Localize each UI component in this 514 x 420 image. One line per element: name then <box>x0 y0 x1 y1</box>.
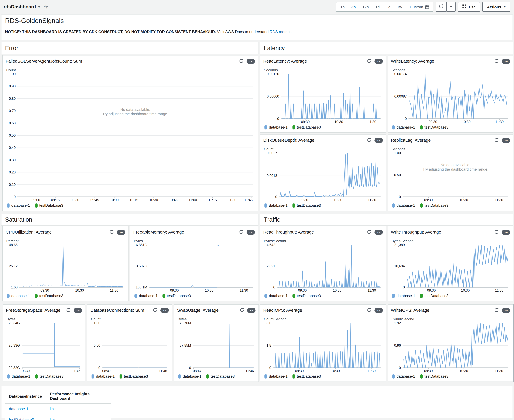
legend-item-database-1[interactable]: database-1 <box>178 374 201 379</box>
widget-refresh-icon[interactable] <box>153 307 158 314</box>
legend-item-testDatabase3[interactable]: testDatabase3 <box>420 203 448 208</box>
widget-refresh-icon[interactable] <box>367 58 372 64</box>
widget-refresh-icon[interactable] <box>239 229 244 235</box>
chart-plot[interactable]: 75.70M37.85M008:4711:46 <box>177 321 256 373</box>
legend-item-testDatabase3[interactable]: testDatabase3 <box>35 203 63 208</box>
chart-plot[interactable]: 6.851G3.507G163.1M09:3010:3011:30 <box>133 243 255 292</box>
legend-item-testDatabase3[interactable]: testDatabase3 <box>292 125 321 129</box>
svg-text:37.85M: 37.85M <box>179 343 191 347</box>
instance-link-database-1[interactable]: database-1 <box>9 407 28 411</box>
time-range-1w[interactable]: 1w <box>394 2 405 11</box>
svg-text:4,642: 4,642 <box>266 243 275 247</box>
chart-plot[interactable]: 1.000.900.800.700.600.500.400.300.200.10… <box>6 72 255 202</box>
vertical-scrollbar[interactable] <box>513 304 514 382</box>
widget-account-badge[interactable]: xa <box>74 307 82 314</box>
legend-item-database-1[interactable]: database-1 <box>392 203 415 208</box>
pi-link-testdatabase3[interactable]: link <box>50 417 56 420</box>
legend-item-database-1[interactable]: database-1 <box>264 374 287 379</box>
chart-plot[interactable]: 48.6525.121.6009:3010:3011:30 <box>6 243 125 292</box>
widget-account-badge[interactable]: xa <box>502 307 510 314</box>
dashboard-name-caret-icon[interactable]: ▾ <box>38 5 40 9</box>
widget-account-badge[interactable]: xa <box>502 229 510 236</box>
widget-refresh-icon[interactable] <box>367 307 372 314</box>
widget-refresh-icon[interactable] <box>494 137 499 143</box>
widget-refresh-icon[interactable] <box>239 58 244 64</box>
time-range-1d[interactable]: 1d <box>372 2 383 11</box>
legend-item-database-1[interactable]: database-1 <box>7 203 30 208</box>
legend-item-testDatabase3[interactable]: testDatabase3 <box>420 125 448 129</box>
legend-label: database-1 <box>269 125 287 129</box>
chart-plot[interactable]: 0.001200.00060009:3010:3011:30 <box>263 72 383 124</box>
instance-link-testdatabase3[interactable]: testDatabase3 <box>9 417 34 420</box>
widget-refresh-icon[interactable] <box>494 229 499 235</box>
custom-time-range-button[interactable]: Custom <box>407 2 432 11</box>
legend-item-testDatabase3[interactable]: testDatabase3 <box>420 294 448 298</box>
chart-plot[interactable]: 4,6422,321009:3010:3011:30 <box>263 243 383 292</box>
svg-text:11:30: 11:30 <box>368 198 376 202</box>
widget-account-badge[interactable]: xa <box>117 229 125 236</box>
widget-account-badge[interactable]: xa <box>374 307 383 314</box>
legend-swatch <box>264 203 267 208</box>
fullscreen-esc-button[interactable]: Esc <box>458 2 480 12</box>
actions-button[interactable]: Actions ▼ <box>483 2 510 12</box>
widget-refresh-icon[interactable] <box>110 229 114 235</box>
legend-item-database-1[interactable]: database-1 <box>392 125 415 129</box>
widget-account-badge[interactable]: xa <box>374 229 383 236</box>
widget-refresh-icon[interactable] <box>367 137 372 143</box>
chart-plot[interactable]: 1.000.50008:4711:46 <box>90 321 169 373</box>
legend-item-testDatabase3[interactable]: testDatabase3 <box>292 374 321 379</box>
legend-item-database-1[interactable]: database-1 <box>264 294 287 298</box>
refresh-button[interactable] <box>436 2 447 12</box>
legend-item-database-1[interactable]: database-1 <box>264 203 287 208</box>
chart-plot[interactable]: 0.00270.0013009:3010:3011:30 <box>263 151 383 202</box>
legend-item-testDatabase3[interactable]: testDatabase3 <box>119 374 148 379</box>
time-range-1h[interactable]: 1h <box>337 2 348 11</box>
chart-plot[interactable]: 3.61.8009:3010:3011:30 <box>263 321 383 373</box>
chart-plot[interactable]: 1.000.50009:3010:3011:30No data availabl… <box>391 151 510 202</box>
legend-item-testDatabase3[interactable]: testDatabase3 <box>420 374 448 379</box>
legend-item-database-1[interactable]: database-1 <box>392 294 415 298</box>
time-range-3h[interactable]: 3h <box>348 2 359 11</box>
svg-text:0.00120: 0.00120 <box>267 72 279 76</box>
time-range-3d[interactable]: 3d <box>383 2 394 11</box>
legend-item-database-1[interactable]: database-1 <box>392 374 415 379</box>
rds-metrics-link[interactable]: RDS metrics <box>270 30 291 34</box>
dashboard-name[interactable]: rdsDashboard <box>4 4 36 9</box>
legend-item-testDatabase3[interactable]: testDatabase3 <box>35 374 64 379</box>
widget-refresh-icon[interactable] <box>367 229 372 235</box>
chart-plot[interactable]: 0.001740.00087009:3010:3011:30 <box>391 72 510 124</box>
pi-link-database-1[interactable]: link <box>50 407 56 411</box>
legend-item-database-1[interactable]: database-1 <box>134 294 158 298</box>
chart-plot[interactable]: 1.920.96009:3010:3011:30 <box>391 321 510 373</box>
widget-account-badge[interactable]: xa <box>247 307 256 314</box>
widget-refresh-icon[interactable] <box>66 307 71 314</box>
legend-item-database-1[interactable]: database-1 <box>264 125 287 129</box>
time-range-12h[interactable]: 12h <box>359 2 372 11</box>
widget-account-badge[interactable]: xa <box>374 137 383 144</box>
svg-text:10:30: 10:30 <box>334 198 342 202</box>
legend-item-database-1[interactable]: database-1 <box>7 294 30 298</box>
legend-item-database-1[interactable]: database-1 <box>92 374 115 379</box>
legend-item-testDatabase3[interactable]: testDatabase3 <box>206 374 235 379</box>
legend-item-testDatabase3[interactable]: testDatabase3 <box>162 294 191 298</box>
widget-account-badge[interactable]: xa <box>374 58 383 65</box>
widget-account-badge[interactable]: xa <box>247 229 255 236</box>
widget-refresh-icon[interactable] <box>240 307 244 314</box>
favorite-star-icon[interactable]: ☆ <box>44 4 48 10</box>
widget-account-badge[interactable]: xa <box>502 137 510 144</box>
calendar-icon <box>425 5 429 9</box>
widget-refresh-icon[interactable] <box>494 58 499 64</box>
svg-text:2,321: 2,321 <box>266 264 275 268</box>
widget-account-badge[interactable]: xa <box>502 58 510 65</box>
legend-item-testDatabase3[interactable]: testDatabase3 <box>292 203 321 208</box>
legend-item-testDatabase3[interactable]: testDatabase3 <box>35 294 63 298</box>
chart-plot[interactable]: 20.34G20.33G20.32G08:4711:46 <box>6 321 82 373</box>
widget-account-badge[interactable]: xa <box>247 58 255 65</box>
refresh-options-button[interactable]: ▼ <box>447 2 456 12</box>
legend-item-testDatabase3[interactable]: testDatabase3 <box>292 294 321 298</box>
widget-title: ReplicaLag: Average <box>391 137 431 142</box>
widget-account-badge[interactable]: xa <box>161 307 169 314</box>
widget-refresh-icon[interactable] <box>494 307 499 314</box>
chart-plot[interactable]: 21,38910,694009:3010:3011:30 <box>391 243 510 292</box>
legend-item-database-1[interactable]: database-1 <box>7 374 30 379</box>
